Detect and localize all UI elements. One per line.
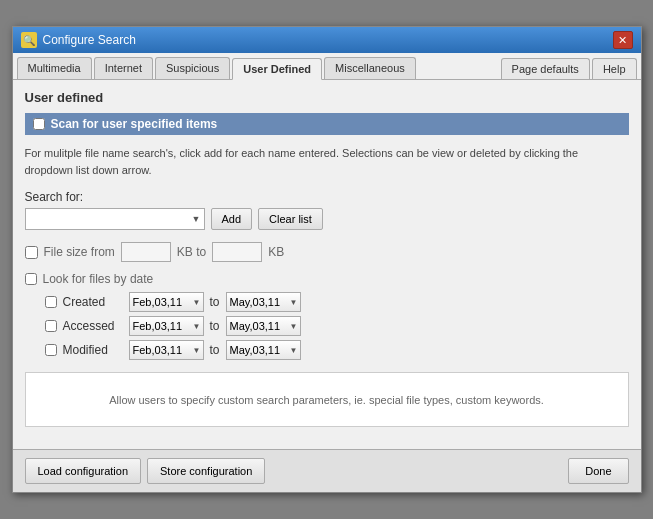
scan-checkbox[interactable]: [33, 118, 45, 130]
created-checkbox[interactable]: [45, 296, 57, 308]
created-to-wrapper: May,03,11: [226, 292, 301, 312]
created-to-label: to: [210, 295, 220, 309]
modified-to-label: to: [210, 343, 220, 357]
date-section-label-row: Look for files by date: [25, 272, 629, 286]
tab-miscellaneous[interactable]: Miscellaneous: [324, 57, 416, 79]
tab-page-defaults[interactable]: Page defaults: [501, 58, 590, 79]
search-dropdown-wrapper: [25, 208, 205, 230]
accessed-from-wrapper: Feb,03,11: [129, 316, 204, 336]
clear-list-button[interactable]: Clear list: [258, 208, 323, 230]
created-label: Created: [63, 295, 123, 309]
info-box: Allow users to specify custom search par…: [25, 372, 629, 427]
date-section: Look for files by date Created Feb,03,11…: [25, 272, 629, 360]
title-bar-left: 🔍 Configure Search: [21, 32, 136, 48]
section-title: User defined: [25, 90, 629, 105]
title-bar: 🔍 Configure Search ✕: [13, 27, 641, 53]
window-title: Configure Search: [43, 33, 136, 47]
bottom-bar: Load configuration Store configuration D…: [13, 449, 641, 492]
tab-internet[interactable]: Internet: [94, 57, 153, 79]
accessed-to-wrapper: May,03,11: [226, 316, 301, 336]
tab-user-defined[interactable]: User Defined: [232, 58, 322, 80]
file-size-label: File size from: [44, 245, 115, 259]
search-label: Search for:: [25, 190, 629, 204]
file-size-row: File size from 10 KB to 100000 KB: [25, 242, 629, 262]
tab-row: Multimedia Internet Suspicious User Defi…: [13, 53, 641, 80]
tabs-right: Page defaults Help: [501, 58, 637, 79]
accessed-from-dropdown[interactable]: Feb,03,11: [129, 316, 204, 336]
accessed-to-label: to: [210, 319, 220, 333]
accessed-label: Accessed: [63, 319, 123, 333]
accessed-to-dropdown[interactable]: May,03,11: [226, 316, 301, 336]
description-text: For mulitple file name search's, click a…: [25, 145, 629, 178]
tab-help[interactable]: Help: [592, 58, 637, 79]
date-row-accessed: Accessed Feb,03,11 to May,03,11: [45, 316, 629, 336]
file-size-from-input[interactable]: 10: [121, 242, 171, 262]
file-size-kb-label: KB: [268, 245, 284, 259]
tab-multimedia[interactable]: Multimedia: [17, 57, 92, 79]
configure-search-window: 🔍 Configure Search ✕ Multimedia Internet…: [12, 26, 642, 493]
search-dropdown[interactable]: [25, 208, 205, 230]
tabs-left: Multimedia Internet Suspicious User Defi…: [17, 57, 416, 79]
info-text: Allow users to specify custom search par…: [109, 394, 544, 406]
scan-bar: Scan for user specified items: [25, 113, 629, 135]
scan-label: Scan for user specified items: [51, 117, 218, 131]
date-section-label: Look for files by date: [43, 272, 154, 286]
modified-from-dropdown[interactable]: Feb,03,11: [129, 340, 204, 360]
modified-checkbox[interactable]: [45, 344, 57, 356]
tab-suspicious[interactable]: Suspicious: [155, 57, 230, 79]
created-from-wrapper: Feb,03,11: [129, 292, 204, 312]
done-button[interactable]: Done: [568, 458, 628, 484]
close-button[interactable]: ✕: [613, 31, 633, 49]
date-section-checkbox[interactable]: [25, 273, 37, 285]
date-row-modified: Modified Feb,03,11 to May,03,11: [45, 340, 629, 360]
date-row-created: Created Feb,03,11 to May,03,11: [45, 292, 629, 312]
content-area: User defined Scan for user specified ite…: [13, 80, 641, 449]
created-to-dropdown[interactable]: May,03,11: [226, 292, 301, 312]
accessed-checkbox[interactable]: [45, 320, 57, 332]
store-configuration-button[interactable]: Store configuration: [147, 458, 265, 484]
modified-from-wrapper: Feb,03,11: [129, 340, 204, 360]
modified-label: Modified: [63, 343, 123, 357]
load-configuration-button[interactable]: Load configuration: [25, 458, 142, 484]
created-from-dropdown[interactable]: Feb,03,11: [129, 292, 204, 312]
app-icon: 🔍: [21, 32, 37, 48]
modified-to-wrapper: May,03,11: [226, 340, 301, 360]
modified-to-dropdown[interactable]: May,03,11: [226, 340, 301, 360]
file-size-to-input[interactable]: 100000: [212, 242, 262, 262]
search-row: Add Clear list: [25, 208, 629, 230]
file-size-checkbox[interactable]: [25, 246, 38, 259]
add-button[interactable]: Add: [211, 208, 253, 230]
file-size-to-label: KB to: [177, 245, 206, 259]
